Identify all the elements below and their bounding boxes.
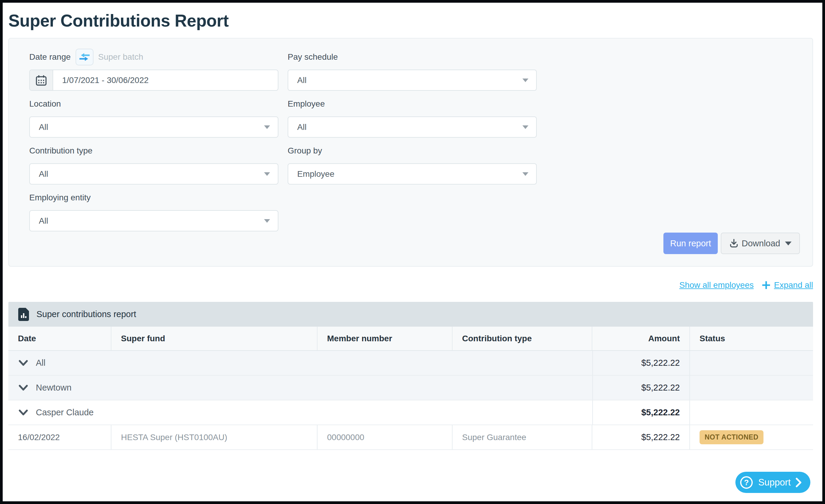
employing-entity-label: Employing entity	[29, 193, 90, 202]
show-all-employees-link[interactable]: Show all employees	[679, 280, 754, 290]
question-circle-icon: ?	[740, 476, 753, 489]
date-range-input[interactable]: 1/07/2021 - 30/06/2022	[29, 70, 278, 91]
chevron-down-icon	[522, 172, 528, 176]
group-row-all[interactable]: All $5,222.22	[8, 351, 813, 375]
run-report-button[interactable]: Run report	[663, 233, 718, 254]
cell-member-number: 00000000	[317, 425, 453, 449]
pay-schedule-value: All	[288, 76, 306, 85]
chevron-down-icon	[522, 125, 528, 129]
chevron-down-icon	[264, 219, 270, 223]
group-by-label: Group by	[288, 146, 322, 156]
column-header-amount: Amount	[592, 327, 690, 350]
field-group-by: Group by Employee	[288, 143, 537, 184]
cell-status: NOT ACTIONED	[690, 425, 813, 449]
svg-text:?: ?	[744, 478, 749, 487]
date-range-value: 1/07/2021 - 30/06/2022	[53, 76, 149, 85]
plus-icon	[761, 280, 771, 290]
employing-entity-select[interactable]: All	[29, 210, 278, 231]
super-contributions-report-page: { "page": { "title": "Super Contribution…	[0, 0, 825, 504]
location-select[interactable]: All	[29, 116, 278, 138]
contribution-type-value: All	[30, 169, 48, 179]
group-toggle-newtown[interactable]: Newtown	[8, 375, 592, 400]
cell-amount: $5,222.22	[592, 425, 690, 449]
date-range-toggle-row: Date range Super batch	[29, 49, 278, 65]
employing-entity-value: All	[30, 216, 48, 226]
column-header-super-fund: Super fund	[111, 327, 317, 350]
download-label: Download	[742, 239, 780, 248]
contribution-type-select[interactable]: All	[29, 163, 278, 184]
group-amount: $5,222.22	[592, 400, 690, 425]
employee-label: Employee	[288, 99, 325, 109]
chevron-down-icon	[18, 384, 28, 392]
chevron-down-icon	[264, 172, 270, 176]
chevron-down-icon	[18, 409, 28, 417]
cell-super-fund: HESTA Super (HST0100AU)	[111, 425, 317, 449]
support-label: Support	[758, 477, 791, 488]
panel-buttons: Run report Download	[29, 233, 800, 254]
swap-arrows-icon	[79, 53, 90, 62]
chevron-down-icon	[18, 359, 28, 367]
group-row-casper-claude[interactable]: Casper Claude $5,222.22	[8, 400, 813, 425]
field-pay-schedule: Pay schedule All	[288, 49, 537, 91]
location-label: Location	[29, 99, 61, 109]
chevron-right-icon	[796, 478, 802, 488]
column-header-member-number: Member number	[317, 327, 453, 350]
report-icon	[18, 308, 29, 321]
group-amount: $5,222.22	[592, 375, 690, 400]
support-button[interactable]: ? Support	[735, 472, 810, 493]
column-header-contribution-type: Contribution type	[453, 327, 592, 350]
filter-fields: Date range Super batch	[29, 49, 800, 231]
page-title: Super Contributions Report	[8, 10, 822, 31]
show-all-employees-label: Show all employees	[679, 280, 754, 290]
cell-contribution-type: Super Guarantee	[453, 425, 592, 449]
group-status-empty	[690, 351, 813, 375]
pay-schedule-label: Pay schedule	[288, 52, 338, 62]
field-date-range: Date range Super batch	[29, 49, 278, 91]
download-icon	[729, 239, 739, 248]
group-label: All	[36, 358, 46, 368]
group-toggle-all[interactable]: All	[8, 351, 592, 375]
column-header-status: Status	[690, 327, 813, 350]
field-employing-entity: Employing entity All	[29, 189, 278, 231]
download-button[interactable]: Download	[721, 233, 800, 254]
cell-date: 16/02/2022	[8, 425, 111, 449]
calendar-icon	[35, 74, 47, 86]
links-row: Show all employees Expand all	[8, 280, 813, 290]
employee-value: All	[288, 122, 306, 132]
group-row-newtown[interactable]: Newtown $5,222.22	[8, 375, 813, 400]
date-range-super-batch-toggle[interactable]	[76, 49, 93, 65]
pay-schedule-select[interactable]: All	[288, 70, 537, 91]
caret-down-icon	[785, 242, 792, 245]
report-table: Super contributions report Date Super fu…	[8, 302, 813, 450]
group-label: Casper Claude	[36, 408, 93, 417]
super-batch-label[interactable]: Super batch	[98, 52, 143, 62]
group-label: Newtown	[36, 383, 71, 393]
date-range-label: Date range	[29, 52, 71, 62]
group-status-empty	[690, 375, 813, 400]
location-value: All	[30, 122, 48, 132]
table-titlebar: Super contributions report	[8, 302, 813, 327]
expand-all-link[interactable]: Expand all	[761, 280, 813, 290]
group-status-empty	[690, 400, 813, 425]
table-title: Super contributions report	[36, 309, 136, 319]
table-row[interactable]: 16/02/2022 HESTA Super (HST0100AU) 00000…	[8, 425, 813, 450]
chevron-down-icon	[522, 79, 528, 82]
group-toggle-casper-claude[interactable]: Casper Claude	[8, 400, 592, 425]
filter-panel: Date range Super batch	[8, 38, 813, 267]
group-amount: $5,222.22	[592, 351, 690, 375]
group-by-select[interactable]: Employee	[288, 163, 537, 184]
contribution-type-label: Contribution type	[29, 146, 93, 156]
field-location: Location All	[29, 95, 278, 138]
table-column-headers: Date Super fund Member number Contributi…	[8, 327, 813, 351]
column-header-date: Date	[8, 327, 111, 350]
group-by-value: Employee	[288, 169, 334, 179]
field-contribution-type: Contribution type All	[29, 143, 278, 184]
status-badge: NOT ACTIONED	[699, 430, 763, 444]
employee-select[interactable]: All	[288, 116, 537, 138]
expand-all-label: Expand all	[774, 280, 813, 290]
date-addon	[30, 70, 53, 90]
field-employee: Employee All	[288, 95, 537, 138]
chevron-down-icon	[264, 125, 270, 129]
